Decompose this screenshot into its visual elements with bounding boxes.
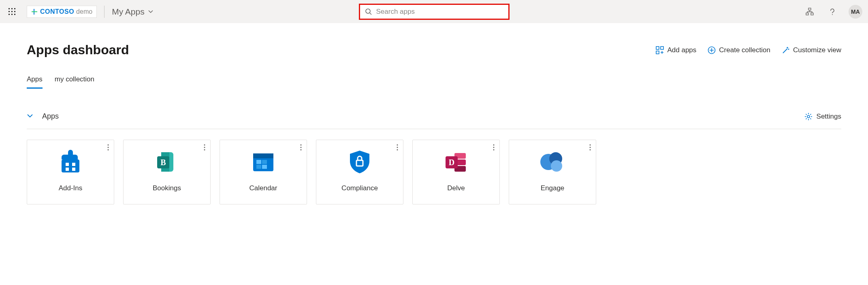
app-tile-delve[interactable]: D Delve [412, 140, 500, 204]
customize-view-button[interactable]: Customize view [782, 46, 841, 54]
page-actions: Add apps Create collection Customize vie… [656, 46, 841, 54]
svg-rect-3 [9, 11, 10, 12]
settings-label: Settings [817, 113, 841, 121]
section-settings-button[interactable]: Settings [804, 113, 841, 121]
section-title: Apps [42, 112, 59, 121]
org-tree-icon[interactable] [803, 5, 816, 18]
svg-text:D: D [449, 158, 454, 167]
search-input[interactable] [376, 8, 503, 16]
svg-point-54 [493, 145, 495, 146]
svg-point-42 [301, 147, 302, 148]
tile-label: Compliance [341, 184, 378, 192]
svg-point-67 [551, 160, 562, 172]
tab-apps[interactable]: Apps [27, 75, 43, 89]
more-vertical-icon [589, 144, 591, 151]
contoso-icon [31, 9, 38, 15]
add-apps-icon [656, 46, 664, 54]
tile-menu-button[interactable] [589, 144, 591, 152]
more-vertical-icon [204, 144, 205, 151]
svg-rect-8 [14, 14, 15, 15]
bookings-icon: B [153, 148, 181, 176]
main-content: Apps dashboard Add apps Create collectio… [0, 23, 868, 204]
tile-menu-button[interactable] [397, 144, 398, 152]
svg-point-29 [108, 147, 109, 148]
svg-point-14 [832, 14, 833, 15]
delve-icon: D [442, 148, 470, 176]
svg-rect-49 [262, 165, 267, 169]
tab-my-collection[interactable]: my collection [55, 75, 94, 89]
svg-rect-15 [656, 47, 659, 49]
svg-point-37 [204, 147, 205, 148]
calendar-icon [249, 148, 277, 176]
svg-point-56 [493, 149, 495, 151]
section-header: Apps Settings [27, 112, 841, 121]
svg-rect-17 [656, 51, 659, 54]
chevron-down-icon [27, 113, 33, 119]
svg-point-36 [204, 145, 205, 146]
tile-menu-button[interactable] [107, 144, 109, 152]
tile-label: Calendar [250, 184, 277, 192]
svg-line-27 [806, 118, 806, 119]
svg-point-9 [366, 9, 370, 13]
add-apps-label: Add apps [667, 46, 696, 54]
svg-point-41 [301, 145, 302, 146]
more-vertical-icon [107, 144, 109, 151]
svg-point-55 [493, 147, 495, 148]
tabs: Apps my collection [27, 75, 841, 89]
search-box[interactable] [359, 4, 510, 20]
svg-text:B: B [160, 158, 166, 167]
svg-point-19 [807, 115, 810, 118]
svg-rect-35 [72, 168, 75, 171]
svg-rect-34 [66, 168, 69, 171]
svg-point-64 [590, 149, 591, 151]
svg-rect-2 [14, 8, 15, 9]
svg-line-25 [810, 118, 811, 119]
svg-rect-5 [14, 11, 15, 12]
app-launcher-icon[interactable] [6, 5, 19, 18]
brand-name: CONTOSO [40, 8, 74, 15]
create-collection-button[interactable]: Create collection [708, 46, 770, 54]
customize-view-label: Customize view [793, 46, 841, 54]
svg-point-62 [590, 145, 591, 146]
tile-label: Add-Ins [59, 184, 83, 192]
svg-point-30 [108, 149, 109, 151]
app-tile-engage[interactable]: Engage [509, 140, 596, 204]
wand-icon [782, 46, 790, 54]
avatar[interactable]: MA [849, 5, 862, 19]
svg-rect-0 [9, 8, 10, 9]
tile-menu-button[interactable] [493, 144, 495, 152]
more-vertical-icon [493, 144, 495, 151]
svg-rect-48 [256, 165, 261, 169]
app-tile-bookings[interactable]: B Bookings [123, 140, 211, 204]
svg-rect-11 [808, 8, 811, 10]
header-right: MA [803, 5, 862, 19]
svg-rect-31 [62, 160, 79, 172]
search-icon [365, 8, 372, 15]
title-row: Apps dashboard Add apps Create collectio… [27, 43, 841, 57]
help-icon[interactable] [826, 5, 839, 18]
header-divider [104, 6, 105, 18]
nav-dropdown[interactable]: My Apps [112, 7, 154, 17]
section-collapse-toggle[interactable] [27, 113, 33, 121]
tile-menu-button[interactable] [204, 144, 205, 152]
svg-line-10 [370, 13, 371, 15]
svg-rect-32 [66, 163, 69, 166]
svg-point-63 [590, 147, 591, 148]
tile-menu-button[interactable] [300, 144, 302, 152]
app-tile-calendar[interactable]: Calendar [220, 140, 307, 204]
app-tile-addins[interactable]: Add-Ins [27, 140, 114, 204]
engage-icon [538, 148, 567, 176]
app-tile-compliance[interactable]: Compliance [316, 140, 403, 204]
tile-label: Bookings [153, 184, 181, 192]
page-title: Apps dashboard [27, 43, 129, 57]
add-apps-button[interactable]: Add apps [656, 46, 696, 54]
svg-rect-6 [9, 14, 10, 15]
svg-point-43 [301, 149, 302, 151]
svg-rect-1 [11, 8, 13, 9]
avatar-initials: MA [851, 9, 860, 15]
create-collection-label: Create collection [719, 46, 770, 54]
more-vertical-icon [300, 144, 302, 151]
app-tiles: Add-Ins B Bookings [27, 140, 841, 204]
section-divider [27, 129, 841, 129]
tenant-logo[interactable]: CONTOSO demo [27, 6, 97, 18]
